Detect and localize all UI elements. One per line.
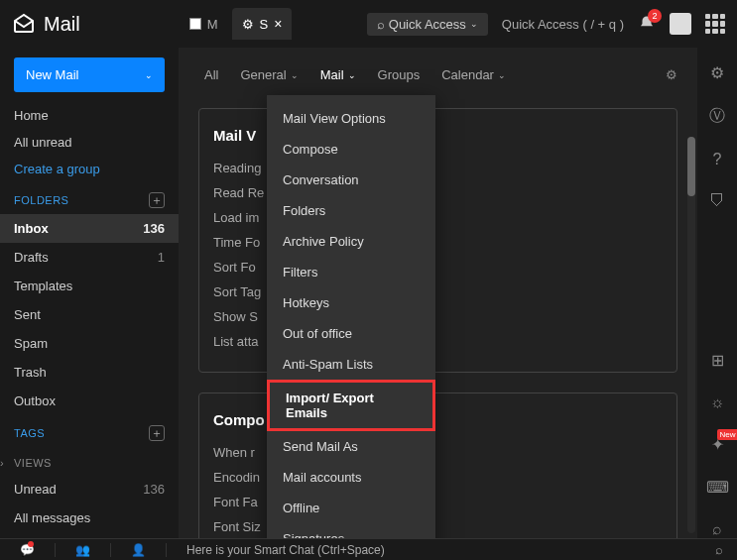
dd-folders[interactable]: Folders: [267, 195, 435, 226]
new-mail-button[interactable]: New Mail ⌄: [14, 57, 165, 92]
chevron-down-icon: ⌄: [498, 70, 506, 80]
dd-archive-policy[interactable]: Archive Policy: [267, 226, 435, 257]
view-all-messages[interactable]: All messages: [0, 504, 179, 532]
chevron-down-icon: ⌄: [291, 70, 299, 80]
chevron-down-icon: ⌄: [470, 19, 478, 29]
sidebar-link-home[interactable]: Home: [0, 102, 179, 129]
theme-icon[interactable]: ☼: [710, 393, 725, 411]
sidebar: New Mail ⌄ Home All unread Create a grou…: [0, 48, 179, 538]
dd-anti-spam[interactable]: Anti-Spam Lists: [267, 349, 435, 380]
view-unread[interactable]: Unread 136: [0, 475, 179, 504]
folder-trash[interactable]: Trash: [0, 358, 179, 387]
dd-mail-view-options[interactable]: Mail View Options: [267, 103, 435, 134]
tab-label: S: [260, 17, 269, 32]
dd-import-export-emails[interactable]: Import/ Export Emails: [267, 380, 435, 431]
topbar-right: ⌕ Quick Access ⌄ Quick Access ( / + q ) …: [367, 13, 725, 36]
apps-grid-icon[interactable]: [705, 14, 725, 34]
folder-label: Inbox: [14, 221, 49, 236]
settings-tab-mail[interactable]: Mail⌄: [314, 61, 362, 88]
folders-header-label: FOLDERS: [14, 194, 68, 206]
dd-compose[interactable]: Compose: [267, 134, 435, 165]
add-tag-button[interactable]: ＋: [149, 425, 165, 441]
help-icon[interactable]: ?: [713, 151, 722, 168]
views-header-label: VIEWS: [14, 457, 52, 469]
dd-send-mail-as[interactable]: Send Mail As: [267, 431, 435, 462]
view-label: All messages: [14, 510, 90, 525]
chevron-down-icon[interactable]: ⌄: [145, 70, 153, 80]
add-folder-button[interactable]: ＋: [149, 192, 165, 208]
app-logo: Mail: [12, 12, 80, 36]
settings-tab-all[interactable]: All: [198, 61, 224, 88]
dd-mail-accounts[interactable]: Mail accounts: [267, 462, 435, 493]
gear-icon: ⚙: [242, 17, 254, 32]
mail-icon: [12, 12, 36, 36]
folder-label: Spam: [14, 336, 48, 351]
scrollbar[interactable]: [687, 137, 695, 533]
folder-label: Templates: [14, 279, 72, 293]
checkbox-icon: [189, 18, 201, 30]
view-label: Unread: [14, 482, 57, 497]
settings-tab-general[interactable]: General⌄: [234, 61, 304, 88]
quick-access-label: Quick Access: [389, 17, 466, 32]
settings-icon[interactable]: ⚙: [710, 63, 724, 82]
tab-settings[interactable]: ⚙ S ×: [232, 8, 293, 40]
stab-label: Calendar: [441, 67, 494, 82]
search-icon[interactable]: ⌕: [701, 542, 737, 557]
bottom-channels[interactable]: 👥: [56, 543, 111, 557]
folder-count: 136: [143, 221, 165, 236]
bottom-chats[interactable]: 💬: [0, 543, 56, 557]
tags-header: TAGS ＋: [0, 415, 179, 447]
sidebar-link-all-unread[interactable]: All unread: [0, 129, 179, 156]
folder-sent[interactable]: Sent: [0, 300, 179, 329]
app-title: Mail: [44, 13, 80, 36]
dd-hotkeys[interactable]: Hotkeys: [267, 287, 435, 318]
announce-icon[interactable]: ✦: [711, 435, 724, 454]
notification-bell[interactable]: 2: [638, 15, 656, 33]
search-icon: ⌕: [377, 17, 385, 32]
stab-label: All: [204, 67, 218, 82]
views-header: VIEWS: [0, 447, 179, 475]
content-area: All General⌄ Mail⌄ Groups Calendar⌄ ⚙ Ma…: [179, 48, 697, 538]
dd-filters[interactable]: Filters: [267, 257, 435, 287]
dd-offline[interactable]: Offline: [267, 493, 435, 523]
settings-tabs: All General⌄ Mail⌄ Groups Calendar⌄ ⚙: [179, 48, 697, 98]
folders-header: FOLDERS ＋: [0, 182, 179, 214]
chat-icon[interactable]: ⌨: [706, 478, 729, 497]
dd-out-of-office[interactable]: Out of office: [267, 318, 435, 349]
gear-icon[interactable]: ⚙: [666, 67, 677, 82]
bottom-contacts[interactable]: 👤: [111, 543, 167, 557]
stab-label: General: [240, 67, 286, 82]
stab-label: Mail: [320, 67, 344, 82]
dd-signatures[interactable]: Signatures: [267, 523, 435, 538]
search-icon[interactable]: ⌕: [712, 520, 722, 538]
sidebar-link-create-group[interactable]: Create a group: [0, 156, 179, 182]
notification-dot: [28, 541, 34, 547]
close-icon[interactable]: ×: [274, 16, 282, 32]
settings-tab-calendar[interactable]: Calendar⌄: [435, 61, 512, 88]
scrollbar-thumb[interactable]: [687, 137, 695, 196]
quick-access-dropdown[interactable]: ⌕ Quick Access ⌄: [367, 13, 488, 36]
quick-access-hint: Quick Access ( / + q ): [502, 17, 624, 32]
folder-outbox[interactable]: Outbox: [0, 387, 179, 415]
add-icon[interactable]: ⊞: [711, 351, 724, 370]
vivaldi-icon[interactable]: Ⓥ: [709, 106, 725, 127]
topbar: Mail M ⚙ S × ⌕ Quick Access ⌄ Quick Acce…: [0, 0, 737, 48]
folder-label: Sent: [14, 307, 41, 322]
expand-sidebar-icon[interactable]: ›: [0, 457, 4, 469]
channels-icon: 👥: [75, 543, 90, 557]
folder-drafts[interactable]: Drafts 1: [0, 243, 179, 272]
smart-chat-hint: Here is your Smart Chat (Ctrl+Space): [186, 543, 385, 557]
avatar[interactable]: [670, 13, 691, 35]
extension-icon[interactable]: ⛉: [709, 192, 725, 210]
chevron-down-icon: ⌄: [348, 70, 356, 80]
dd-conversation[interactable]: Conversation: [267, 165, 435, 195]
view-count: 136: [143, 482, 165, 497]
folder-spam[interactable]: Spam: [0, 329, 179, 358]
notification-badge: 2: [648, 9, 662, 23]
folder-label: Drafts: [14, 250, 49, 265]
folder-inbox[interactable]: Inbox 136: [0, 214, 179, 243]
folder-templates[interactable]: Templates: [0, 272, 179, 300]
bottombar: 💬 👥 👤 Here is your Smart Chat (Ctrl+Spac…: [0, 538, 737, 560]
tab-mail[interactable]: M: [180, 8, 228, 40]
settings-tab-groups[interactable]: Groups: [372, 61, 427, 88]
